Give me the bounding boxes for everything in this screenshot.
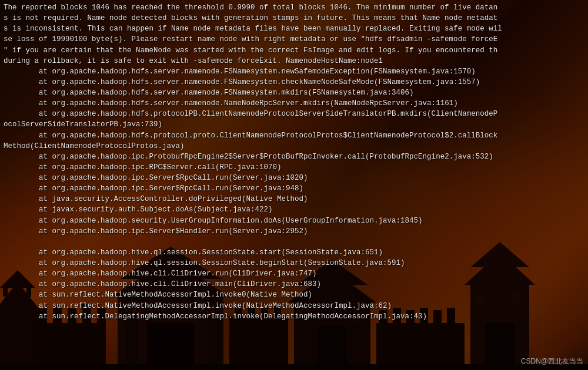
log-content: The reported blocks 1046 has reached the… — [4, 2, 584, 322]
log-overlay: The reported blocks 1046 has reached the… — [0, 0, 588, 370]
watermark: CSDN@西北友当当 — [521, 356, 583, 366]
